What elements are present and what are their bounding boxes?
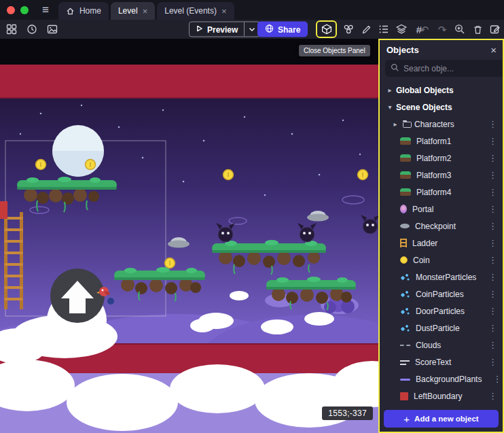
share-button[interactable]: Share	[257, 22, 308, 37]
tab-close-icon[interactable]: ×	[221, 7, 227, 16]
object-search	[385, 60, 504, 77]
left-boundary-sprite[interactable]	[0, 201, 7, 219]
item-menu-icon[interactable]: ⋮	[487, 375, 503, 383]
item-menu-icon[interactable]: ⋮	[483, 154, 503, 162]
panel-title: Objects	[386, 45, 419, 55]
item-menu-icon[interactable]: ⋮	[483, 307, 503, 315]
particles-thumbnail-icon	[400, 273, 410, 281]
object-item-backgroundplants[interactable]: BackgroundPlants ⋮	[380, 370, 503, 387]
add-button-label: Add a new object	[414, 415, 479, 423]
object-item-platform1[interactable]: Platform1 ⋮	[380, 133, 503, 150]
redo-icon[interactable]: ↷	[436, 23, 448, 35]
object-item-platform4[interactable]: Platform4 ⋮	[380, 184, 503, 201]
object-item-leftboundary[interactable]: LeftBoundary ⋮	[380, 387, 503, 404]
item-menu-icon[interactable]: ⋮	[483, 273, 503, 281]
object-item-coin[interactable]: Coin ⋮	[380, 252, 503, 269]
folder-icon	[403, 122, 412, 128]
coin-sprite[interactable]	[358, 170, 368, 180]
tooltip: Close Objects Panel	[299, 45, 370, 56]
zoom-in-icon[interactable]	[454, 23, 466, 35]
main-menu-icon[interactable]: ≡	[37, 4, 58, 16]
item-menu-icon[interactable]: ⋮	[483, 290, 503, 298]
close-panel-icon[interactable]: ×	[490, 45, 497, 55]
item-menu-icon[interactable]: ⋮	[483, 392, 503, 400]
objects-panel-toggle-icon[interactable]	[316, 20, 337, 38]
object-item-coinparticles[interactable]: CoinParticles ⋮	[380, 285, 503, 302]
chevron-right-icon: ▸	[391, 120, 400, 128]
object-item-platform2[interactable]: Platform2 ⋮	[380, 150, 503, 167]
layers-icon[interactable]	[395, 23, 408, 35]
chevron-down-icon: ▾	[385, 103, 395, 111]
object-item-portal[interactable]: Portal ⋮	[380, 201, 503, 218]
tab-bar: Home Level × Level (Events) ×	[58, 0, 234, 20]
tab-close-icon[interactable]: ×	[143, 7, 148, 16]
boundary-thumbnail-icon	[400, 392, 408, 400]
scene-editor-canvas[interactable]: 1553;-337	[0, 39, 378, 433]
item-menu-icon[interactable]: ⋮	[483, 188, 503, 196]
particles-thumbnail-icon	[400, 307, 410, 315]
item-menu-icon[interactable]: ⋮	[483, 239, 503, 247]
item-menu-icon[interactable]: ⋮	[483, 222, 503, 230]
tab-level-events[interactable]: Level (Events) ×	[157, 2, 234, 20]
tab-label: Level (Events)	[164, 6, 217, 16]
properties-list-icon[interactable]	[378, 23, 390, 35]
preview-button[interactable]: Preview	[189, 22, 260, 37]
globe-icon	[265, 24, 274, 35]
object-item-platform3[interactable]: Platform3 ⋮	[380, 167, 503, 184]
text-thumbnail-icon	[400, 359, 410, 366]
item-menu-icon[interactable]: ⋮	[483, 171, 503, 179]
tab-home[interactable]: Home	[58, 2, 109, 20]
objects-group-scene[interactable]: ▾ Scene Objects	[380, 99, 503, 116]
tab-level[interactable]: Level ×	[111, 2, 155, 20]
coin-sprite[interactable]	[36, 160, 46, 170]
play-icon	[196, 24, 203, 34]
history-icon[interactable]	[26, 23, 38, 35]
object-item-doorparticles[interactable]: DoorParticles ⋮	[380, 302, 503, 319]
window-close-button[interactable]	[7, 6, 15, 14]
project-manager-icon[interactable]	[5, 23, 18, 35]
trash-icon[interactable]	[471, 23, 484, 35]
player-arrow-sprite[interactable]	[47, 269, 107, 350]
tab-label: Level	[118, 6, 138, 16]
item-menu-icon[interactable]: ⋮	[483, 205, 503, 213]
top-boundary-band[interactable]	[0, 65, 378, 99]
platform-thumbnail-icon	[400, 154, 411, 162]
object-groups-icon[interactable]	[342, 23, 355, 35]
item-menu-icon[interactable]: ⋮	[483, 256, 503, 264]
coin-sprite[interactable]	[86, 160, 96, 170]
clouds-thumbnail-icon	[400, 345, 410, 346]
search-input[interactable]	[403, 64, 504, 73]
item-menu-icon[interactable]: ⋮	[483, 341, 503, 349]
checkpoint-thumbnail-icon	[400, 224, 410, 228]
titlebar: ≡ Home Level × Level (Events) ×	[0, 0, 504, 20]
object-item-dustparticle[interactable]: DustParticle ⋮	[380, 319, 503, 336]
object-item-checkpoint[interactable]: Checkpoint ⋮	[380, 218, 503, 235]
item-menu-icon[interactable]: ⋮	[483, 137, 503, 145]
undo-icon[interactable]: ↶	[418, 23, 431, 35]
object-item-ladder[interactable]: Ladder ⋮	[380, 235, 503, 252]
objects-tree: ▸ Global Objects ▾ Scene Objects ▸ Chara…	[380, 82, 503, 407]
item-menu-icon[interactable]: ⋮	[483, 324, 503, 332]
plants-thumbnail-icon	[400, 379, 410, 381]
preview-label: Preview	[207, 24, 238, 34]
item-menu-icon[interactable]: ⋮	[483, 358, 503, 366]
object-item-clouds[interactable]: Clouds ⋮	[380, 336, 503, 353]
object-item-monsterparticles[interactable]: MonsterParticles ⋮	[380, 269, 503, 285]
image-resources-icon[interactable]	[46, 23, 58, 35]
game-scene[interactable]	[0, 39, 378, 433]
bubble-sprite[interactable]	[52, 125, 104, 177]
object-item-characters[interactable]: ▸ Characters ⋮	[380, 116, 503, 133]
coin-thumbnail-icon	[400, 256, 408, 264]
coin-sprite[interactable]	[165, 258, 175, 269]
object-item-scoretext[interactable]: ScoreText ⋮	[380, 353, 503, 370]
item-menu-icon[interactable]: ⋮	[483, 120, 503, 128]
platform-thumbnail-icon	[400, 137, 411, 145]
add-new-object-button[interactable]: + Add a new object	[384, 410, 499, 428]
plus-icon: +	[403, 414, 410, 424]
window-zoom-button[interactable]	[20, 6, 29, 14]
coin-sprite[interactable]	[223, 170, 234, 180]
edit-properties-icon[interactable]	[489, 23, 501, 35]
edit-pencil-icon[interactable]	[360, 23, 372, 35]
home-icon	[66, 7, 75, 16]
objects-group-global[interactable]: ▸ Global Objects	[380, 82, 503, 99]
